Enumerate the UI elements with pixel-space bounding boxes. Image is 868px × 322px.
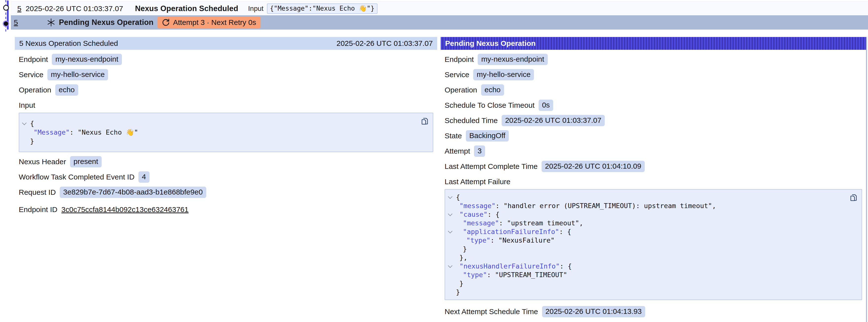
failure-json-viewer: {"message": "handler error (UPSTREAM_TIM… [444,189,862,300]
detail-field-last-attempt-complete-time: Last Attempt Complete Time2025-02-26 UTC… [444,161,862,172]
event-input-preview-chip[interactable]: {"Message":"Nexus Echo 👋"} [267,3,377,14]
field-label: Workflow Task Completed Event ID [19,173,134,181]
chevron-down-icon[interactable] [448,194,452,199]
field-label: Operation [444,86,477,94]
field-value: 4 [138,171,150,183]
json-key: "Message" [34,128,69,136]
json-value: { [456,193,460,201]
field-value: 2025-02-26 UTC 01:03:37.07 [502,115,605,126]
json-line: } [445,288,847,296]
field-label: Request ID [19,188,56,196]
field-label: Nexus Header [19,158,66,166]
detail-field-endpoint: Endpointmy-nexus-endpoint [19,54,433,65]
left-panel-time: 2025-02-26 UTC 01:03:37.07 [337,39,433,47]
left-fields-bottom: Nexus HeaderpresentWorkflow Task Complet… [19,156,433,215]
failure-section-label: Last Attempt Failure [444,178,862,186]
field-value: 3e829b7e-7d67-4b08-aad3-b1e868bfe9e0 [60,187,206,198]
json-line: "Message": "Nexus Echo 👋" [19,128,418,137]
retry-icon [162,19,170,26]
json-line: { [19,119,418,128]
field-label: Endpoint [19,55,48,64]
json-value: : "UPSTREAM_TIMEOUT" [487,271,567,279]
json-line: } [19,137,418,146]
event-title: Nexus Operation Scheduled [135,4,238,13]
json-key: "message" [459,202,495,210]
event-id-link[interactable]: 5 [14,18,18,27]
field-label: Endpoint ID [19,205,58,214]
chevron-down-icon[interactable] [22,121,26,125]
detail-field-service: Servicemy-hello-service [19,69,433,80]
field-value: 0s [538,100,553,111]
field-value: BackingOff [466,130,509,141]
retry-attempt-badge: Attempt 3 · Next Retry 0s [157,17,260,28]
event-time: 2025-02-26 UTC 01:03:37.07 [26,4,123,13]
json-key: "type" [463,271,487,279]
field-value: my-nexus-endpoint [478,54,548,65]
chevron-down-icon[interactable] [448,229,452,233]
detail-field-schedule-to-close-timeout: Schedule To Close Timeout0s [444,100,862,111]
json-line: "type": "UPSTREAM_TIMEOUT" [445,270,847,279]
json-key: "message" [463,219,499,227]
json-value: { [30,120,34,127]
field-label: Next Attempt Schedule Time [444,308,538,316]
json-line: "cause": { [445,210,847,219]
event-marker-open-circle-icon[interactable] [3,5,9,10]
json-line: "type": "NexusFailure" [445,236,847,245]
panel-nexus-operation-scheduled: 5 Nexus Operation Scheduled 2025-02-26 U… [15,37,437,322]
detail-field-endpoint-id: Endpoint ID3c0c75ccfa8144b092c13ce632463… [19,204,433,215]
pending-panel-title: Pending Nexus Operation [445,39,536,47]
copy-icon[interactable] [420,117,429,126]
field-label: Operation [19,86,51,94]
json-line: { [445,193,847,201]
json-key: "nexusHandlerFailureInfo" [459,262,560,270]
field-value: echo [481,84,504,96]
json-value: }, [459,254,468,261]
field-label: Service [19,70,43,79]
json-value: } [459,280,463,287]
chevron-down-icon[interactable] [448,212,452,216]
pending-asterisk-icon [46,18,56,27]
json-value: : "Nexus Echo 👋" [69,128,138,136]
copy-icon[interactable] [849,193,858,202]
event-row-pending-nexus-operation[interactable]: 5 Pending Nexus Operation Attempt 3 · Ne… [11,15,868,30]
right-fields-bottom: Next Attempt Schedule Time2025-02-26 UTC… [444,306,862,317]
detail-field-endpoint: Endpointmy-nexus-endpoint [444,54,862,65]
json-key: "applicationFailureInfo" [463,228,559,235]
event-marker-filled-circle-icon[interactable] [4,22,8,26]
event-id-link[interactable]: 5 [17,4,22,13]
chevron-down-icon[interactable] [448,263,452,268]
field-value: echo [55,84,78,96]
field-label: Endpoint [444,55,474,64]
field-value: my-hello-service [473,69,534,80]
field-value: my-nexus-endpoint [52,54,122,65]
json-line: "nexusHandlerFailureInfo": { [445,262,847,270]
detail-field-request-id: Request ID3e829b7e-7d67-4b08-aad3-b1e868… [19,187,433,198]
json-line: } [445,279,847,288]
event-title: Pending Nexus Operation [59,18,154,27]
field-value[interactable]: 3c0c75ccfa8144b092c13ce632463761 [61,205,188,214]
pending-panel-header: Pending Nexus Operation [441,37,866,50]
detail-field-service: Servicemy-hello-service [444,69,862,80]
field-value: my-hello-service [48,69,108,80]
json-line: "applicationFailureInfo": { [445,227,847,236]
right-fields-top: Endpointmy-nexus-endpointServicemy-hello… [444,54,862,172]
json-value: : "handler error (UPSTREAM_TIMEOUT): ups… [495,202,716,210]
vertical-scrollbar[interactable] [866,37,867,322]
field-label: Schedule To Close Timeout [444,101,535,109]
field-label: State [444,132,462,140]
json-line: "message": "handler error (UPSTREAM_TIME… [445,201,847,210]
field-value: 3 [474,146,485,157]
input-json-viewer: {"Message": "Nexus Echo 👋"} [19,113,433,152]
temporal-event-history-screen: 5 2025-02-26 UTC 01:03:37.07 Nexus Opera… [0,0,868,322]
left-fields-top: Endpointmy-nexus-endpointServicemy-hello… [19,54,433,96]
event-row-nexus-operation-scheduled[interactable]: 5 2025-02-26 UTC 01:03:37.07 Nexus Opera… [11,1,868,15]
json-value: } [463,245,467,253]
field-value: 2025-02-26 UTC 01:04:10.09 [541,161,645,172]
json-value: : { [488,211,500,218]
json-value: } [30,137,34,145]
field-label: Attempt [444,147,470,155]
retry-badge-text: Attempt 3 · Next Retry 0s [173,18,256,27]
json-line: "message": "upstream timeout", [445,219,847,227]
field-label: Last Attempt Complete Time [444,162,538,171]
json-key: "type" [466,236,491,244]
